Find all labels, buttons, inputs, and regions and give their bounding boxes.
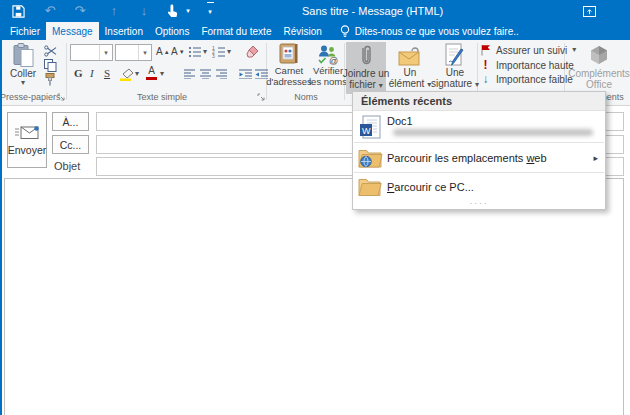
basic-text-dialog-launcher-icon[interactable]: [257, 93, 265, 101]
bullets-dropdown-arrow[interactable]: ▾: [203, 48, 207, 56]
high-importance-label: Importance haute: [496, 60, 574, 71]
names-group-label: Noms: [267, 92, 345, 102]
align-right-icon[interactable]: [216, 69, 228, 79]
send-button[interactable]: Envoyer: [7, 112, 47, 168]
address-book-button[interactable]: Carnet d'adresses: [269, 43, 309, 87]
to-button[interactable]: À...: [52, 112, 89, 131]
outlook-message-window: ↶ ↷ ↑ ↓ ▾ ▾ Sans titre - Message (HTML) …: [0, 0, 630, 415]
low-importance-label: Importance faible: [496, 74, 573, 85]
touch-mode-icon[interactable]: [164, 3, 180, 19]
font-name-combo[interactable]: ▾: [70, 44, 113, 61]
tab-options[interactable]: Options: [149, 22, 195, 40]
folder-globe-icon: [353, 147, 387, 168]
bold-button[interactable]: G: [74, 67, 83, 79]
check-names-label-1: Vérifier: [313, 65, 343, 76]
tab-fichier[interactable]: Fichier: [4, 22, 46, 40]
word-document-icon: W: [353, 115, 387, 139]
clipboard-dialog-launcher-icon[interactable]: [57, 93, 65, 101]
cut-icon[interactable]: [44, 45, 57, 57]
window-title: Sans titre - Message (HTML): [302, 0, 443, 22]
office-addins-button: Compléments Office: [570, 42, 628, 94]
check-names-label-2: les noms: [309, 76, 347, 87]
office-addins-label-2: Office: [586, 79, 612, 90]
browse-web-locations-item[interactable]: Parcourir les emplacements web ▸: [353, 143, 605, 172]
high-importance-button[interactable]: ! Importance haute: [480, 58, 574, 72]
recent-item-name: Doc1: [387, 115, 413, 127]
numbering-dropdown-arrow[interactable]: ▾: [227, 48, 231, 56]
svg-text:W: W: [362, 125, 371, 135]
font-size-combo[interactable]: ▾: [115, 44, 152, 61]
recent-item-doc1[interactable]: W Doc1: [353, 111, 605, 142]
tab-message[interactable]: Message: [46, 22, 99, 40]
titlebar: ↶ ↷ ↑ ↓ ▾ ▾ Sans titre - Message (HTML): [0, 0, 630, 22]
ribbon-display-options-icon[interactable]: [581, 3, 597, 19]
flag-icon: [480, 44, 491, 56]
move-up-icon[interactable]: ↑: [106, 3, 122, 19]
message-body[interactable]: [4, 178, 624, 415]
attach-file-menu: Éléments récents W Doc1 Parcourir les em…: [352, 91, 606, 210]
address-book-label-2: d'adresses: [266, 76, 312, 87]
browse-pc-label: Parcourir ce PC...: [387, 181, 474, 193]
attach-file-button[interactable]: Joindre un fichier ▾: [346, 42, 386, 94]
follow-up-label: Assurer un suivi: [496, 45, 567, 56]
signature-button[interactable]: Une signature ▾: [432, 42, 478, 94]
svg-text:@: @: [329, 56, 338, 65]
format-painter-icon[interactable]: [44, 73, 56, 86]
align-center-icon[interactable]: [200, 69, 212, 79]
window-left-border: [0, 22, 2, 415]
tab-revision[interactable]: Révision: [277, 22, 327, 40]
clipboard-icon: [13, 43, 34, 68]
font-name-dropdown-arrow: ▾: [99, 45, 112, 60]
tell-me-box[interactable]: Dites-nous ce que vous voulez faire..: [340, 22, 519, 40]
move-down-icon[interactable]: ↓: [136, 3, 152, 19]
cc-button[interactable]: Cc...: [52, 135, 89, 154]
tab-insertion[interactable]: Insertion: [99, 22, 149, 40]
align-left-icon[interactable]: [184, 69, 196, 79]
attach-item-button[interactable]: Un élément ▾: [390, 42, 430, 94]
italic-button[interactable]: I: [90, 67, 94, 79]
signature-icon: [445, 43, 465, 67]
paste-button[interactable]: Coller ▾: [6, 43, 40, 87]
address-book-icon: [278, 43, 300, 65]
clear-formatting-icon[interactable]: [246, 45, 259, 58]
numbering-icon[interactable]: 123: [212, 46, 226, 58]
decrease-indent-icon[interactable]: [239, 69, 253, 79]
low-importance-button[interactable]: ↓ Importance faible: [480, 72, 573, 86]
highlight-color-icon[interactable]: [120, 68, 134, 81]
signature-label-2: signature ▾: [431, 78, 479, 89]
menu-resize-grip[interactable]: ····: [353, 200, 605, 209]
save-icon[interactable]: [10, 3, 26, 19]
touch-mode-dropdown-arrow[interactable]: ▾: [180, 3, 196, 19]
recent-items-header: Éléments récents: [353, 92, 605, 111]
copy-icon[interactable]: [44, 59, 57, 72]
bullets-icon[interactable]: [188, 46, 202, 58]
font-color-icon[interactable]: A: [146, 66, 157, 80]
follow-up-button[interactable]: Assurer un suivi ▾: [480, 44, 576, 56]
shrink-font-icon[interactable]: A▼: [171, 46, 185, 57]
underline-button[interactable]: S: [104, 67, 110, 79]
office-addins-cube-icon: [586, 44, 612, 68]
tab-format-du-texte[interactable]: Format du texte: [195, 22, 277, 40]
basic-text-group-label: Texte simple: [67, 92, 257, 102]
grow-font-icon[interactable]: A▲: [156, 46, 170, 57]
submenu-arrow-icon: ▸: [593, 153, 598, 163]
send-icon: [14, 125, 40, 140]
check-names-icon: @: [317, 43, 339, 65]
font-color-dropdown-arrow[interactable]: ▾: [160, 70, 164, 78]
undo-icon[interactable]: ↶: [42, 3, 58, 19]
font-size-value: [116, 45, 138, 60]
redo-icon[interactable]: ↷: [72, 3, 88, 19]
highlight-dropdown-arrow[interactable]: ▾: [135, 70, 139, 78]
address-book-label-1: Carnet: [275, 65, 304, 76]
customize-qat-icon[interactable]: ▾: [202, 3, 218, 19]
clipboard-group-label: Presse-papiers: [0, 92, 56, 102]
signature-label-1: Une: [446, 67, 464, 78]
paste-dropdown-arrow: ▾: [21, 79, 25, 87]
check-names-button[interactable]: @ Vérifier les noms: [310, 43, 346, 87]
tell-me-label: Dites-nous ce que vous voulez faire..: [355, 26, 519, 37]
low-importance-icon: ↓: [480, 72, 491, 86]
browse-this-pc-item[interactable]: Parcourir ce PC...: [353, 173, 605, 200]
folder-icon: [353, 177, 387, 196]
browse-web-label: Parcourir les emplacements web: [387, 152, 547, 164]
recent-item-path-blurred: [393, 129, 593, 136]
